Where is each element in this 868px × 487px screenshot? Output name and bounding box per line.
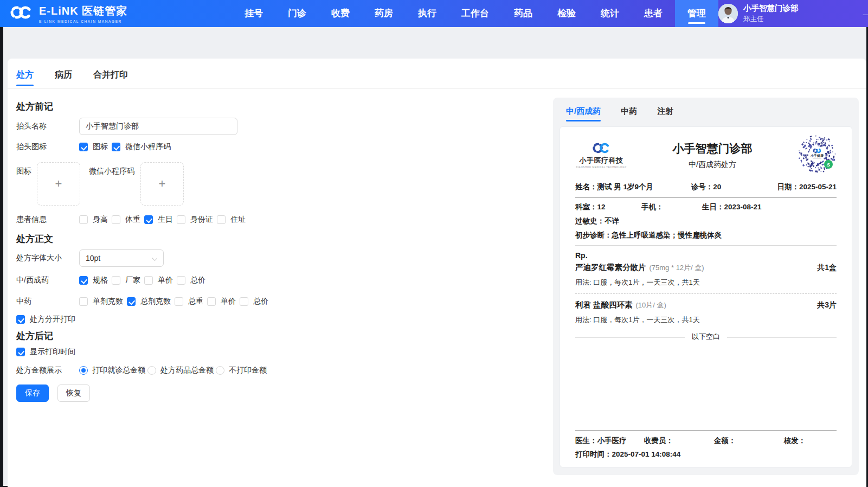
minimize-button[interactable]: — — [859, 6, 868, 21]
settings-tab[interactable]: 处方 — [16, 69, 34, 88]
nav-item[interactable]: 挂号 — [232, 0, 275, 27]
user-clinic-name: 小手智慧门诊部 — [743, 3, 825, 13]
diagnosis: 急性上呼吸道感染；慢性扁桃体炎 — [612, 231, 722, 239]
nav-item[interactable]: 管理 — [675, 0, 718, 27]
nav-item[interactable]: 药房 — [362, 0, 406, 27]
checkbox-option[interactable]: 单剂克数 — [79, 297, 123, 306]
nav-item[interactable]: 工作台 — [449, 0, 501, 27]
user-role: 郑主任 — [743, 15, 825, 24]
save-button[interactable]: 保存 — [16, 385, 49, 402]
checkbox-option[interactable]: 体重 — [112, 215, 140, 225]
diagnosis-row: 初步诊断：急性上呼吸道感染；慢性扁桃体炎 — [575, 230, 837, 246]
checkbox-icon — [79, 215, 88, 224]
checkbox-icon — [177, 215, 185, 224]
show-print-time-checkbox[interactable]: 显示打印时间 — [16, 347, 75, 357]
preview-footer: 医生：小手医疗 收费员： 金额： 核发： 打印时间：2025-07-01 14:… — [575, 431, 837, 459]
app-title: E-LiNK 医链管家 — [39, 4, 127, 18]
drug-name: 利君 盐酸四环素 — [575, 300, 633, 310]
preview-rx-type: 中/西成药处方 — [627, 160, 798, 170]
radio-option[interactable]: 处方药品总金额 — [147, 366, 214, 375]
checkbox-option[interactable]: 总价 — [177, 275, 205, 285]
checkbox-icon — [177, 276, 185, 285]
blank-below-text: 以下空白 — [685, 332, 727, 342]
checkbox-option[interactable]: 住址 — [217, 215, 246, 225]
patient-info-options: 身高 体重 生日 身份证 住址 — [79, 215, 249, 225]
show-print-time-label: 显示打印时间 — [30, 347, 75, 357]
clinic-logo: 小手医疗科技 XIAOSHOU MEDICAL TECHNOLOGY — [575, 142, 627, 169]
western-medicine-options: 规格 厂家 单价 总价 — [79, 275, 209, 285]
amount-display-options: 打印就诊总金额 处方药品总金额 不打印金额 — [79, 366, 269, 375]
doctor-name: 小手医疗 — [597, 437, 627, 445]
icon-upload-box[interactable]: + — [37, 162, 80, 206]
checkbox-option[interactable]: 单价 — [144, 275, 173, 285]
radio-option[interactable]: 不打印金额 — [216, 366, 267, 375]
nav-item[interactable]: 门诊 — [275, 0, 319, 27]
checkbox-option[interactable]: 总重 — [175, 297, 203, 306]
rp-label: Rp. — [575, 251, 837, 260]
preview-tab[interactable]: 注射 — [657, 106, 673, 123]
checkbox-icon — [207, 297, 216, 306]
checkbox-icon — [127, 297, 136, 306]
drug-name: 严迪罗红霉素分散片 — [575, 262, 646, 273]
radio-icon — [147, 366, 156, 375]
preview-tab[interactable]: 中/西成药 — [566, 106, 601, 123]
title-name-label: 抬头名称 — [16, 121, 79, 131]
checkbox-option[interactable]: 单价 — [207, 297, 236, 306]
checkbox-icon — [79, 297, 88, 306]
settings-tab[interactable]: 合并打印 — [93, 69, 128, 88]
wechat-upload-box[interactable]: + — [140, 162, 184, 206]
checkbox-option[interactable]: 厂家 — [112, 275, 140, 285]
visit-number: 20 — [713, 183, 721, 191]
checkbox-icon — [112, 215, 120, 224]
preview-clinic-name: 小手智慧门诊部 — [627, 141, 798, 156]
separate-print-checkbox[interactable]: 处方分开打印 — [16, 315, 75, 324]
nav-item[interactable]: 检验 — [545, 0, 588, 27]
checkbox-option[interactable]: 身高 — [79, 215, 108, 225]
clinic-logo-icon — [590, 142, 613, 155]
radio-option[interactable]: 打印就诊总金额 — [79, 366, 145, 375]
checkbox-icon — [79, 143, 88, 151]
settings-tab[interactable]: 病历 — [55, 69, 72, 88]
patient-info-label: 患者信息 — [16, 215, 79, 225]
checkbox-icon — [16, 348, 25, 356]
app-subtitle: E-LINK MEDICAL CHAIN MANAGER — [39, 20, 127, 23]
print-time-row: 打印时间：2025-07-01 14:08:44 — [575, 450, 837, 459]
checkbox-option[interactable]: 身份证 — [177, 215, 213, 225]
font-size-select[interactable]: 10pt — [79, 249, 164, 267]
nav-item[interactable]: 统计 — [588, 0, 632, 27]
drug-spec: (10片/ 盒) — [636, 300, 666, 310]
allergy-history: 不详 — [605, 217, 619, 225]
amount-display-label: 处方金额展示 — [16, 366, 79, 375]
svg-text:S: S — [827, 162, 831, 168]
title-name-input[interactable] — [79, 118, 237, 135]
nav-item[interactable]: 收费 — [319, 0, 362, 27]
prescription-preview: 小手医疗科技 XIAOSHOU MEDICAL TECHNOLOGY 小手智慧门… — [560, 126, 852, 467]
separate-print-label: 处方分开打印 — [30, 315, 75, 324]
nav-item[interactable]: 执行 — [406, 0, 449, 27]
user-avatar[interactable] — [718, 4, 738, 23]
reset-button[interactable]: 恢复 — [57, 385, 90, 402]
nav-item[interactable]: 患者 — [632, 0, 675, 27]
main-nav: 挂号门诊收费药房执行工作台药品检验统计患者管理 — [232, 0, 718, 27]
radio-icon — [79, 366, 88, 375]
plus-icon: + — [55, 177, 62, 191]
checkbox-option[interactable]: 总剂克数 — [127, 297, 171, 306]
checkbox-option[interactable]: 规格 — [79, 275, 108, 285]
nav-item[interactable]: 药品 — [501, 0, 545, 27]
preview-tab[interactable]: 中药 — [621, 106, 637, 123]
checkbox-option[interactable]: 图标 — [79, 142, 108, 152]
checkbox-option[interactable]: 微信小程序码 — [112, 142, 171, 152]
chinese-medicine-options: 单剂克数 总剂克数 总重 单价 总价 — [79, 297, 272, 306]
checkbox-icon — [144, 215, 153, 224]
checkbox-option[interactable]: 生日 — [144, 215, 173, 225]
plus-icon: + — [159, 177, 166, 191]
visit-date: 2025-05-21 — [799, 183, 837, 191]
qr-code: 小手健康 S — [798, 136, 837, 175]
drug-usage: 用法: 口服，每次1片，一天三次，共1天 — [575, 278, 837, 287]
user-info[interactable]: 小手智慧门诊部 郑主任 — [743, 3, 825, 24]
font-size-value: 10pt — [86, 254, 100, 262]
checkbox-icon — [112, 143, 120, 151]
patient-row-2: 科室：12 手机： 生日：2023-08-21 — [575, 202, 837, 212]
western-medicine-label: 中/西成药 — [16, 275, 79, 285]
checkbox-option[interactable]: 总价 — [240, 297, 268, 306]
